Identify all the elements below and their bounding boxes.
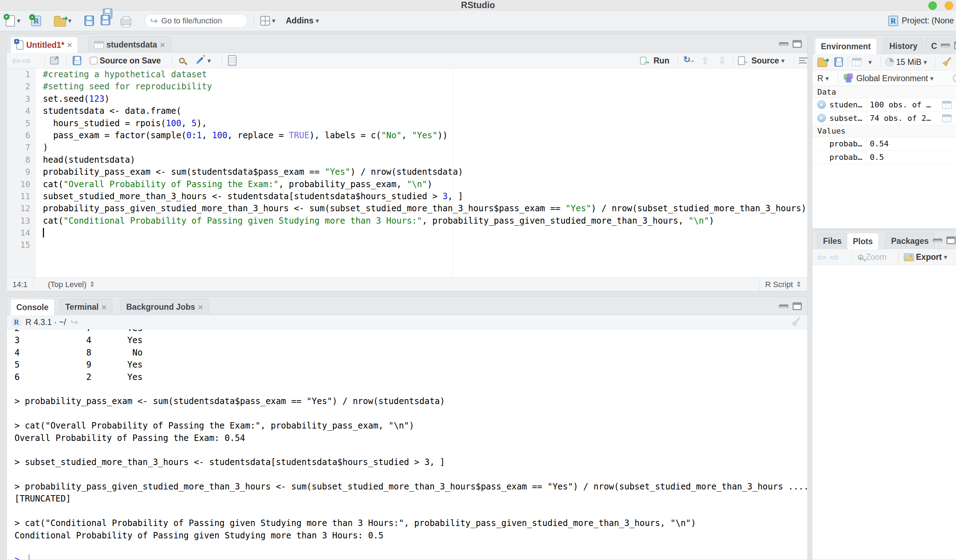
tab-background-jobs[interactable]: Background Jobs [120,299,209,315]
tab-plots[interactable]: Plots [847,233,879,249]
load-workspace-button[interactable] [818,54,827,70]
code-editor[interactable]: 1#creating a hypothetical dataset2#setti… [7,68,807,278]
addins-button[interactable]: Addins [286,11,319,31]
view-table-icon[interactable] [942,115,951,122]
maximize-pane-icon[interactable] [792,40,802,48]
clear-objects-button[interactable] [942,54,952,70]
code-line[interactable]: 9probability_pass_exam <- sum(studentsda… [7,166,807,178]
save-button[interactable] [73,53,81,68]
tab-history[interactable]: History [883,38,923,54]
zoom-plot-button[interactable]: + Zoom [858,249,887,265]
tab-packages[interactable]: Packages [885,233,935,249]
previous-section-button[interactable] [701,53,709,68]
code-line[interactable]: 15 [7,239,807,251]
tab-terminal[interactable]: Terminal [59,299,112,315]
new-file-button[interactable] [6,11,20,31]
language-selector[interactable]: R [818,71,829,86]
chevron-down-icon[interactable] [17,17,20,25]
chevron-down-icon[interactable] [316,17,319,25]
code-line[interactable]: 4studentsdata <- data.frame( [7,105,807,117]
save-workspace-button[interactable] [834,54,843,70]
print-button[interactable] [121,11,131,31]
tab-files[interactable]: Files [817,233,848,249]
code-line[interactable]: 3set.seed(123) [7,93,807,105]
save-all-button[interactable] [101,11,110,31]
tab-studentsdata[interactable]: studentsdata [88,36,171,53]
scope-selector[interactable]: (Top Level) [42,278,101,291]
save-button[interactable] [84,11,94,31]
close-icon[interactable] [160,40,165,50]
traffic-light-yellow[interactable] [945,2,953,10]
minimize-pane-icon[interactable] [779,42,788,46]
code-line[interactable]: 5 hours_studied = rpois(100, 5), [7,117,807,129]
chevron-down-icon[interactable] [68,17,72,25]
chevron-down-icon[interactable] [944,253,948,261]
minimize-pane-icon[interactable] [779,304,788,308]
code-line[interactable]: 1#creating a hypothetical dataset [7,68,807,80]
code-line[interactable]: 14 [7,227,807,239]
export-plot-button[interactable]: Export [904,249,947,265]
source-on-save-checkbox[interactable]: Source on Save [90,53,161,68]
env-object-row[interactable]: subset…74 obs. of 2… [812,111,956,125]
code-line[interactable]: 6 pass_exam = factor(sample(0:1, 100, re… [7,129,807,141]
expand-object-icon[interactable] [818,100,826,109]
tab-environment[interactable]: Environment [815,38,877,55]
close-icon[interactable] [198,302,203,312]
search-environment-button[interactable] [953,71,956,86]
chevron-down-icon[interactable] [930,74,934,83]
minimize-pane-icon[interactable] [941,44,950,47]
maximize-pane-icon[interactable] [954,41,956,49]
next-section-button[interactable] [718,53,726,68]
console-output[interactable]: 2 7 Yes3 4 Yes4 8 No5 9 Yes6 2 Yes > pro… [7,329,807,560]
import-dataset-button[interactable] [852,54,872,70]
compile-report-button[interactable] [228,53,236,68]
chevron-down-icon[interactable] [825,74,829,83]
maximize-pane-icon[interactable] [947,237,956,244]
code-line[interactable]: 2#setting seed for reproducibility [7,80,807,93]
panes-layout-button[interactable] [260,11,275,31]
project-menu-button[interactable]: Project: (None [888,11,954,31]
code-line[interactable]: 12probability_pass_given_studied_more_th… [7,202,807,215]
checkbox-icon[interactable] [90,57,97,64]
new-project-button[interactable] [31,11,41,31]
popout-console-icon[interactable] [70,317,78,328]
chevron-down-icon[interactable] [208,57,211,65]
chevron-down-icon[interactable] [781,57,785,65]
chevron-down-icon[interactable] [272,17,275,25]
code-line[interactable]: 11subset_studied_more_than_3_hours <- st… [7,190,807,202]
env-object-row[interactable]: studen…100 obs. of … [812,98,956,111]
chevron-down-icon[interactable] [868,58,872,66]
forward-icon[interactable] [22,55,31,67]
chevron-down-icon[interactable] [924,58,927,66]
back-icon[interactable] [12,55,20,67]
open-file-button[interactable] [54,11,72,31]
clear-console-button[interactable] [790,315,801,329]
close-icon[interactable] [101,302,106,312]
run-button[interactable]: Run [640,53,670,68]
maximize-pane-icon[interactable] [792,302,802,310]
tab-console[interactable]: Console [10,299,55,315]
code-line[interactable]: 13cat("Conditional Probability of Passin… [7,215,807,227]
document-outline-button[interactable] [799,53,808,68]
tab-untitled1[interactable]: Untitled1* [10,36,78,53]
find-replace-button[interactable] [179,53,185,68]
minimize-pane-icon[interactable] [933,238,942,242]
previous-plot-icon[interactable] [818,251,826,264]
traffic-light-green[interactable] [928,2,937,10]
env-object-row[interactable]: probab…0.5 [812,151,956,164]
next-plot-icon[interactable] [830,251,839,264]
env-object-row[interactable]: probab…0.54 [812,137,956,151]
code-line[interactable]: 10cat("Overall Probability of Passing th… [7,178,807,190]
code-line[interactable]: 8head(studentsdata) [7,154,807,166]
memory-usage-button[interactable]: 15 MiB [885,54,927,70]
code-line[interactable]: 7) [7,141,807,154]
view-table-icon[interactable] [942,101,951,109]
goto-file-input[interactable]: Go to file/function [145,14,247,28]
expand-object-icon[interactable] [818,114,826,122]
code-tools-button[interactable] [195,53,211,68]
environment-scope-selector[interactable]: Global Environment [844,71,934,86]
source-button[interactable]: Source [738,53,785,68]
open-in-window-button[interactable] [50,53,58,68]
doc-type-selector[interactable]: R Script [759,278,807,291]
close-icon[interactable] [67,40,72,50]
